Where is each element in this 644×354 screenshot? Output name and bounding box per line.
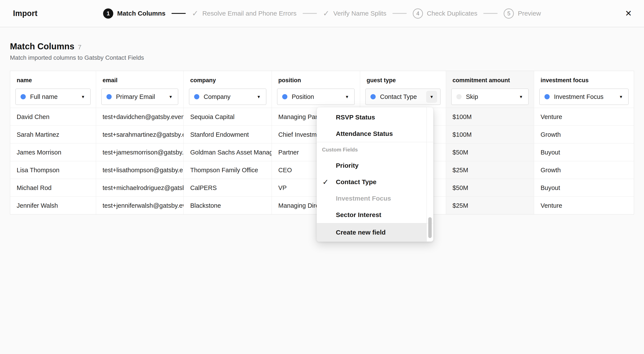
cell-commitment: $50M: [446, 179, 534, 196]
cell-name: Sarah Martinez: [10, 126, 96, 143]
chevron-down-icon: ▼: [343, 95, 351, 99]
column-header-guest-type: guest type Contact Type ▼: [360, 71, 446, 108]
menu-section-label: Custom Fields: [322, 147, 358, 153]
field-select-guest-type[interactable]: Contact Type ▼: [365, 88, 440, 105]
cell-name: Michael Rod: [10, 179, 96, 196]
column-label: commitment amount: [452, 77, 529, 84]
field-select-company[interactable]: Company ▼: [189, 88, 266, 105]
window-title: Import: [13, 9, 38, 18]
step-connector-2: [302, 13, 317, 14]
table-header-row: name Full name ▼ email Primary Email ▼: [10, 71, 634, 108]
menu-option-attendance-status[interactable]: Attendance Status: [317, 126, 427, 142]
step-4-indicator: 4: [413, 8, 423, 18]
menu-option-sector-interest[interactable]: Sector Interest: [317, 207, 427, 223]
column-count-badge: 7: [78, 44, 82, 51]
check-icon: ✓: [192, 9, 198, 18]
field-select-value: Position: [292, 93, 314, 100]
cell-name: Jennifer Walsh: [10, 196, 96, 214]
topbar: Import 1 Match Columns ✓ Resolve Email a…: [0, 0, 644, 27]
field-select-value: Contact Type: [380, 93, 417, 100]
column-header-company: company Company ▼: [184, 71, 272, 108]
chevron-down-icon: ▼: [617, 95, 625, 99]
cell-commitment: $100M: [446, 108, 534, 126]
field-select-value: Investment Focus: [554, 93, 604, 100]
import-stepper: 1 Match Columns ✓ Resolve Email and Phon…: [103, 0, 541, 27]
column-header-investment-focus: investment focus Investment Focus ▼: [534, 71, 634, 108]
field-select-commitment-amount[interactable]: Skip ▼: [451, 88, 529, 105]
skip-field-dot: [456, 94, 462, 99]
cell-email: test+jamesmorrison@gatsby.: [96, 143, 184, 161]
field-select-value: Primary Email: [116, 93, 155, 100]
cell-email: test+sarahmartinez@gatsby.e: [96, 126, 184, 143]
mapped-field-dot: [194, 94, 199, 99]
chevron-down-icon: ▼: [79, 95, 87, 99]
column-header-position: position Position ▼: [272, 71, 360, 108]
column-label: email: [102, 77, 178, 84]
column-label: name: [17, 77, 91, 84]
cell-email: test+michaelrodriguez@gatsb: [96, 179, 184, 196]
cell-commitment: $50M: [446, 143, 534, 161]
field-dropdown-menu: RSVP Status Attendance Status Custom Fie…: [316, 107, 434, 242]
chevron-down-icon: ▼: [517, 95, 525, 99]
step-preview[interactable]: 5 Preview: [504, 8, 541, 18]
menu-section-custom-fields: Custom Fields: [317, 142, 427, 157]
step-5-indicator: 5: [504, 8, 514, 18]
mapped-field-dot: [106, 94, 112, 99]
field-select-name[interactable]: Full name ▼: [15, 88, 91, 105]
step-connector-3: [392, 13, 406, 14]
step-resolve-errors[interactable]: ✓ Resolve Email and Phone Errors: [192, 9, 296, 18]
mapped-field-dot: [370, 94, 376, 99]
cell-email: test+jenniferwalsh@gatsby.ev: [96, 196, 184, 214]
step-1-label: Match Columns: [117, 10, 165, 17]
field-select-value: Company: [204, 93, 230, 100]
column-label: company: [190, 77, 266, 84]
step-connector-1: [172, 13, 186, 14]
menu-option-create-new-field[interactable]: Create new field: [317, 223, 427, 242]
cell-email: test+davidchen@gatsby.even: [96, 108, 184, 126]
check-icon: ✓: [322, 178, 329, 186]
mapped-field-dot: [544, 94, 550, 99]
heading-row: Match Columns 7: [10, 42, 634, 51]
field-select-position[interactable]: Position ▼: [277, 88, 355, 105]
close-icon[interactable]: ✕: [625, 9, 632, 18]
column-header-commitment-amount: commitment amount Skip ▼: [446, 71, 534, 108]
field-select-email[interactable]: Primary Email ▼: [101, 88, 178, 105]
step-check-duplicates[interactable]: 4 Check Duplicates: [413, 8, 477, 18]
step-verify-name-splits[interactable]: ✓ Verify Name Splits: [323, 9, 386, 18]
menu-option-investment-focus[interactable]: Investment Focus: [317, 190, 427, 207]
field-select-value: Full name: [30, 93, 58, 100]
step-match-columns[interactable]: 1 Match Columns: [103, 8, 165, 18]
cell-company: Blackstone: [184, 196, 272, 214]
field-select-investment-focus[interactable]: Investment Focus ▼: [539, 88, 629, 105]
step-connector-4: [484, 13, 498, 14]
column-label: guest type: [366, 77, 440, 84]
cell-name: James Morrison: [10, 143, 96, 161]
cell-name: David Chen: [10, 108, 96, 126]
mapped-field-dot: [282, 94, 288, 99]
mapped-field-dot: [20, 94, 26, 99]
menu-option-rsvp-status[interactable]: RSVP Status: [317, 109, 427, 126]
cell-company: Thompson Family Office: [184, 161, 272, 179]
cell-name: Lisa Thompson: [10, 161, 96, 179]
page-title: Match Columns: [10, 42, 74, 51]
menu-scrollbar-thumb[interactable]: [428, 217, 432, 238]
check-icon: ✓: [323, 9, 329, 18]
cell-company: Sequoia Capital: [184, 108, 272, 126]
cell-company: CalPERS: [184, 179, 272, 196]
cell-commitment: $100M: [446, 126, 534, 143]
menu-option-contact-type[interactable]: ✓ Contact Type: [317, 174, 427, 190]
cell-investment: Venture: [534, 196, 634, 214]
cell-investment: Buyout: [534, 143, 634, 161]
menu-option-priority[interactable]: Priority: [317, 157, 427, 174]
cell-email: test+lisathompson@gatsby.e: [96, 161, 184, 179]
cell-company: Goldman Sachs Asset Manag: [184, 143, 272, 161]
chevron-down-icon: ▼: [426, 91, 437, 103]
cell-investment: Growth: [534, 126, 634, 143]
cell-investment: Venture: [534, 108, 634, 126]
step-2-label: Resolve Email and Phone Errors: [202, 10, 296, 17]
import-modal: Import 1 Match Columns ✓ Resolve Email a…: [0, 0, 644, 354]
column-label: position: [278, 77, 355, 84]
cell-investment: Growth: [534, 161, 634, 179]
chevron-down-icon: ▼: [254, 95, 263, 99]
column-label: investment focus: [540, 77, 629, 84]
